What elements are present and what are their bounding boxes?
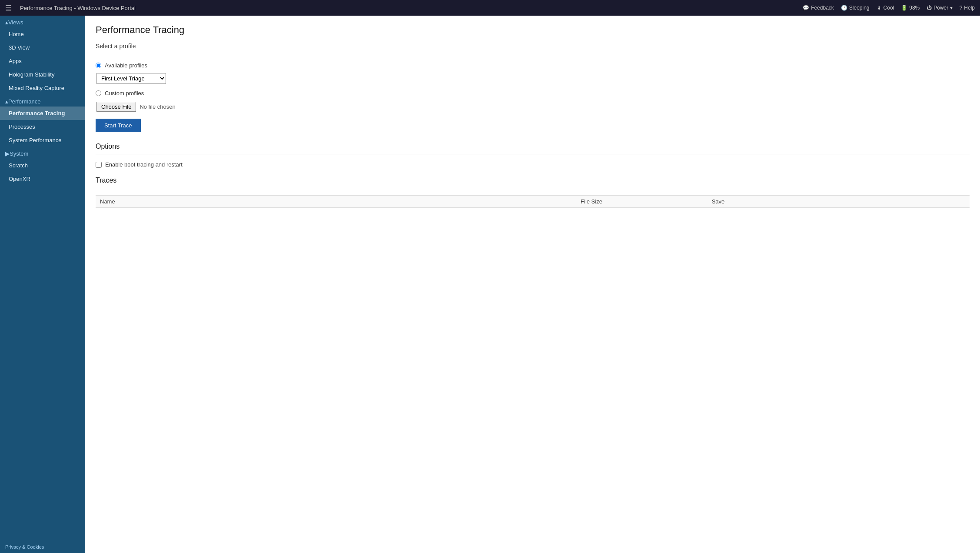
battery-status: 🔋 98% <box>901 5 920 11</box>
col-header-filesize: File Size <box>576 196 708 208</box>
menu-icon[interactable]: ☰ <box>5 4 11 12</box>
page-title: Performance Tracing <box>96 24 970 36</box>
enable-boot-tracing-row: Enable boot tracing and restart <box>96 161 970 168</box>
options-section: Options Enable boot tracing and restart <box>96 143 970 168</box>
topbar-title: Performance Tracing - Windows Device Por… <box>20 5 797 11</box>
sidebar-item-system-performance[interactable]: System Performance <box>0 133 85 147</box>
sleeping-status: 🕐 Sleeping <box>841 5 870 11</box>
traces-section: Traces Name File Size Save <box>96 177 970 208</box>
help-button[interactable]: ? Help <box>960 5 975 11</box>
topbar-right: 💬 Feedback 🕐 Sleeping 🌡 Cool 🔋 98% ⏻ Pow… <box>803 5 975 11</box>
section-divider-profile <box>96 55 970 55</box>
power-button[interactable]: ⏻ Power ▾ <box>927 5 952 11</box>
col-header-save: Save <box>708 196 970 208</box>
available-profiles-radio-group: Available profiles <box>96 62 970 69</box>
traces-title: Traces <box>96 177 970 184</box>
sidebar-item-performance-tracing[interactable]: Performance Tracing <box>0 107 85 120</box>
battery-icon: 🔋 <box>901 5 907 11</box>
col-header-name: Name <box>96 196 576 208</box>
available-profiles-label[interactable]: Available profiles <box>105 62 147 69</box>
help-icon: ? <box>960 5 963 11</box>
custom-profiles-label[interactable]: Custom profiles <box>105 90 144 97</box>
sidebar-item-3d-view[interactable]: 3D View <box>0 41 85 54</box>
profile-dropdown-row: First Level TriageCPU/MemoryGPUNetworkCu… <box>96 73 970 84</box>
enable-boot-tracing-label[interactable]: Enable boot tracing and restart <box>105 161 183 168</box>
sidebar-section-performance[interactable]: ▴Performance <box>0 95 85 107</box>
feedback-button[interactable]: 💬 Feedback <box>803 5 834 11</box>
sidebar-toggle-button[interactable]: ◀ <box>83 20 85 33</box>
no-file-text: No file chosen <box>140 103 175 110</box>
select-profile-label: Select a profile <box>96 43 970 50</box>
section-divider-traces <box>96 188 970 188</box>
traces-table: Name File Size Save <box>96 195 970 208</box>
sidebar-item-scratch[interactable]: Scratch <box>0 159 85 172</box>
sidebar-item-hologram-stability[interactable]: Hologram Stability <box>0 68 85 81</box>
cool-status: 🌡 Cool <box>877 5 894 11</box>
file-chooser-row: Choose File No file chosen <box>96 102 970 112</box>
table-header-row: Name File Size Save <box>96 196 970 208</box>
content-area: Performance Tracing Select a profile Ava… <box>85 16 980 553</box>
custom-profiles-radio-group: Custom profiles <box>96 90 970 97</box>
thermometer-icon: 🌡 <box>877 5 882 11</box>
sidebar-section-system[interactable]: ▶System <box>0 147 85 159</box>
sidebar-item-processes[interactable]: Processes <box>0 120 85 133</box>
sidebar-item-home[interactable]: Home <box>0 27 85 41</box>
sidebar: ◀ ▴Views Home 3D View Apps Hologram Stab… <box>0 16 85 553</box>
available-profiles-radio[interactable] <box>96 63 101 68</box>
options-title: Options <box>96 143 970 150</box>
feedback-icon: 💬 <box>803 5 809 11</box>
topbar: ☰ Performance Tracing - Windows Device P… <box>0 0 980 16</box>
start-trace-button[interactable]: Start Trace <box>96 119 141 132</box>
privacy-cookies-link[interactable]: Privacy & Cookies <box>0 541 85 553</box>
enable-boot-tracing-checkbox[interactable] <box>96 162 102 168</box>
custom-profiles-radio[interactable] <box>96 90 101 96</box>
select-profile-section: Select a profile Available profiles Firs… <box>96 43 970 143</box>
profile-dropdown[interactable]: First Level TriageCPU/MemoryGPUNetworkCu… <box>96 73 166 84</box>
sidebar-item-mixed-reality-capture[interactable]: Mixed Reality Capture <box>0 81 85 95</box>
sidebar-item-apps[interactable]: Apps <box>0 54 85 68</box>
section-divider-options <box>96 154 970 154</box>
sidebar-item-openxr[interactable]: OpenXR <box>0 172 85 186</box>
sleeping-icon: 🕐 <box>841 5 847 11</box>
power-icon: ⏻ <box>927 5 932 11</box>
choose-file-button[interactable]: Choose File <box>96 102 136 112</box>
sidebar-section-views[interactable]: ▴Views <box>0 16 85 27</box>
main-layout: ◀ ▴Views Home 3D View Apps Hologram Stab… <box>0 16 980 553</box>
